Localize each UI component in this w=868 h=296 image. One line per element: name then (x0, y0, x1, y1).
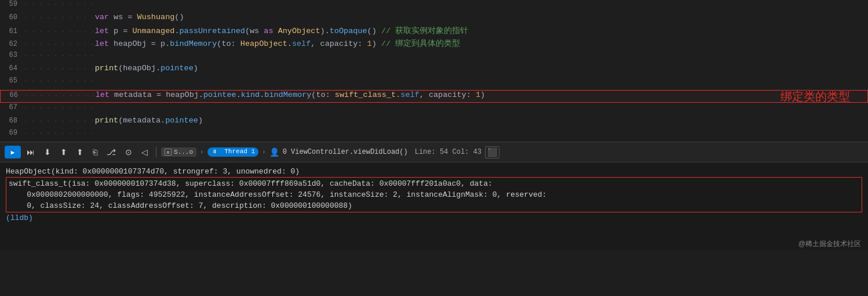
token-plain: heapObj = p. (109, 39, 170, 48)
line-dots: · · · · · · · · · · (24, 131, 95, 136)
schema-label: S...o (174, 149, 193, 156)
token-type: Unmanaged (132, 27, 174, 35)
token-plain: ws = (109, 13, 137, 21)
token-kw: let (95, 27, 109, 35)
token-plain: ) (480, 91, 485, 99)
token-plain: , capacity: (311, 39, 367, 48)
token-kw: as (264, 27, 273, 35)
line-number: 67 (0, 103, 24, 111)
navigate-button[interactable]: ◁ (138, 145, 151, 159)
breakpoint-button[interactable]: ⎗ (89, 145, 101, 159)
token-cm: // 绑定到具体的类型 (381, 39, 460, 48)
line-content: print(metadata.pointee) (95, 116, 868, 125)
line-number: 61 (0, 27, 24, 35)
token-fn: bindMemory (264, 91, 311, 99)
step-into-button[interactable]: ⬇ (41, 145, 54, 159)
token-fn: passUnretained (179, 27, 245, 35)
line-number: 64 (0, 64, 24, 73)
token-kw: let (96, 91, 110, 99)
line-dots: · · · · · · · · · · (24, 15, 95, 21)
code-line-65: 65· · · · · · · · · · (0, 77, 868, 89)
code-line-67: 67· · · · · · · · · · (0, 103, 868, 116)
token-type: swift_class_t (335, 91, 396, 99)
token-prop: kind (241, 91, 260, 99)
step-back-button[interactable]: ⬆ (73, 145, 87, 159)
connect-button[interactable]: ⊙ (122, 145, 136, 159)
line-dots: · · · · · · · · · · (24, 118, 95, 124)
branch-button[interactable]: ⎇ (103, 145, 119, 159)
token-plain: (to: (217, 39, 240, 48)
token-plain: (metadata. (118, 116, 165, 125)
token-print-fn: print (95, 64, 119, 73)
step-over-button[interactable]: ⏭ (23, 145, 38, 159)
line-number: 62 (0, 40, 24, 48)
line-dots: · · · · · · · · · · (25, 93, 96, 99)
schema-indicator: ⊞ S...o (161, 147, 196, 157)
token-plain: ) (194, 64, 198, 73)
console-line-3: (lldb) (6, 212, 862, 223)
step-out-button[interactable]: ⬆ (57, 145, 71, 159)
line-number: 69 (0, 129, 24, 137)
code-line-63: 63· · · · · · · · · · (0, 51, 868, 64)
thread-label: Thread 1 (224, 148, 255, 155)
code-line-62: 62· · · · · · · · · ·let heapObj = p.bin… (0, 38, 868, 51)
code-line-60: 60· · · · · · · · · ·var ws = Wushuang() (0, 13, 868, 26)
token-plain: p = (109, 27, 133, 35)
line-dots: · · · · · · · · · · (24, 105, 95, 111)
token-type: Wushuang (137, 13, 175, 21)
thread-icon: ⏸ (211, 148, 219, 156)
code-line-69: 69· · · · · · · · · · (0, 129, 868, 142)
line-content: print(heapObj.pointee) (95, 64, 868, 73)
line-number: 60 (0, 13, 24, 21)
debug-toolbar: ▶ ⏭ ⬇ ⬆ ⬆ ⎗ ⎇ ⊙ ◁ ⊞ S...o › ⏸ Thread 1 ›… (0, 142, 868, 163)
console-line-1: HeapObject(kind: 0x0000000107374d70, str… (6, 166, 862, 177)
code-line-64: 64· · · · · · · · · ·print(heapObj.point… (0, 64, 868, 77)
code-line-68: 68· · · · · · · · · ·print(metadata.poin… (0, 116, 868, 129)
line-content: var ws = Wushuang() (95, 13, 868, 21)
code-editor: 59· · · · · · · · · ·60· · · · · · · · ·… (0, 0, 868, 142)
line-content: let p = Unmanaged.passUnretained(ws as A… (95, 26, 868, 36)
token-plain: (heapObj. (118, 64, 161, 73)
token-type: HeapObject (240, 39, 287, 48)
person-icon: 👤 (269, 147, 279, 157)
token-kw: let (95, 39, 109, 48)
frame-label: 0 ViewController.viewDidLoad() (283, 148, 408, 156)
token-kw2: self (292, 39, 311, 48)
token-kw2: self (400, 91, 419, 99)
line-number: 68 (0, 117, 24, 125)
thread-badge: ⏸ Thread 1 (207, 147, 258, 157)
run-button[interactable]: ▶ (5, 146, 21, 158)
token-plain: , capacity: (420, 91, 476, 99)
line-col-indicator: Line: 54 Col: 43 (415, 148, 482, 156)
token-plain: . (236, 91, 241, 99)
token-num: 1 (367, 39, 372, 48)
token-plain: () (174, 13, 184, 21)
code-line-61: 61· · · · · · · · · ·let p = Unmanaged.p… (0, 26, 868, 38)
debug-status: ⊞ S...o › ⏸ Thread 1 › 👤 0 ViewControlle… (161, 146, 499, 158)
token-fn: bindMemory (170, 39, 217, 48)
token-fn: toOpaque (330, 27, 367, 35)
token-num: 1 (476, 91, 480, 99)
token-prop: pointee (161, 64, 194, 73)
token-plain: metadata = heapObj. (110, 91, 203, 99)
line-content: let metadata = heapObj.pointee.kind.bind… (96, 91, 867, 99)
console-line-2-highlighted: swift_class_t(isa: 0x0000000107374d38, s… (6, 177, 862, 212)
separator (156, 147, 156, 157)
token-plain: (to: (311, 91, 335, 99)
grid-icon: ⊞ (165, 149, 172, 156)
line-number: 66 (1, 91, 25, 99)
console-area: HeapObject(kind: 0x0000000107374d70, str… (0, 163, 868, 238)
line-number: 63 (0, 51, 24, 59)
token-cm: // 获取实例对象的指针 (381, 27, 468, 35)
chevron2-icon: › (262, 149, 266, 156)
watermark: @稀土掘金技术社区 (0, 238, 868, 250)
token-plain: ). (320, 27, 330, 35)
token-kw: var (95, 13, 109, 21)
token-plain: ) (372, 39, 381, 48)
line-number: 59 (0, 0, 24, 8)
line-dots: · · · · · · · · · · (24, 53, 95, 59)
token-plain: ) (198, 116, 203, 125)
token-type: AnyObject (278, 27, 320, 35)
line-dots: · · · · · · · · · · (24, 29, 95, 35)
token-plain (273, 27, 278, 35)
